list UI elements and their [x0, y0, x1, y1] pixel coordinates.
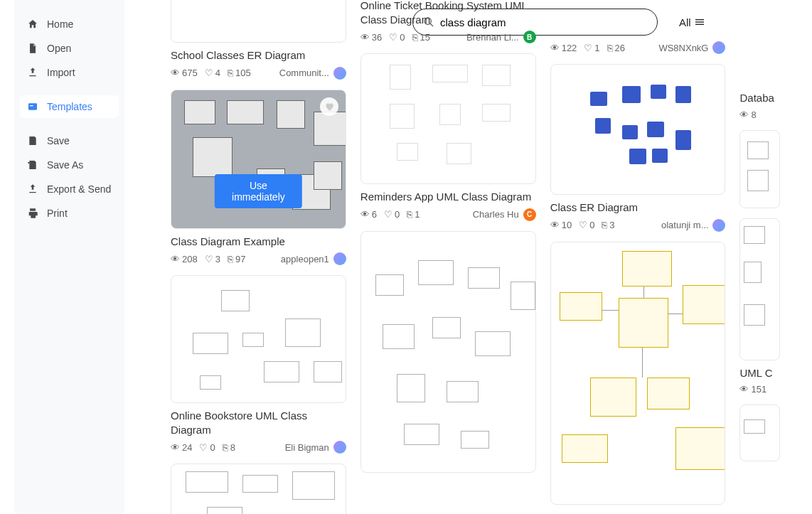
template-gallery: School Classes ER Diagram 👁675 ♡4 ⎘105 C…: [139, 0, 812, 514]
template-meta: 👁36 ♡0 ⎘15 Brennan Ll...B: [360, 31, 536, 43]
template-meta: 👁122 ♡1 ⎘26 WS8NXnkG: [550, 41, 726, 54]
avatar: [333, 252, 346, 265]
heart-icon: ♡: [584, 43, 592, 53]
template-thumb: [171, 275, 346, 403]
sidebar: Home Open Import Templates Save Save As …: [14, 0, 124, 514]
sidebar-label: Save As: [47, 159, 83, 171]
eye-icon: 👁: [550, 43, 560, 53]
copy-icon: ⎘: [602, 220, 607, 230]
sidebar-item-import[interactable]: Import: [20, 61, 119, 84]
template-thumb: [171, 0, 346, 43]
template-thumb: [739, 130, 780, 208]
heart-icon: ♡: [384, 209, 392, 220]
sidebar-label: Import: [47, 67, 75, 78]
copy-icon: ⎘: [223, 442, 228, 453]
file-icon: [27, 43, 38, 54]
save-icon: [27, 135, 38, 146]
svg-rect-1: [30, 105, 33, 106]
export-icon: [27, 183, 38, 195]
template-thumb: [739, 405, 780, 461]
template-thumb: [171, 464, 346, 514]
saveas-icon: [27, 159, 38, 171]
template-title: Databa: [739, 91, 780, 105]
template-title: School Classes ER Diagram: [171, 48, 346, 63]
template-card[interactable]: Databa 👁8: [739, 85, 780, 120]
home-icon: [27, 18, 38, 30]
avatar: C: [523, 208, 536, 221]
sidebar-item-print[interactable]: Print: [20, 202, 119, 225]
sidebar-item-saveas[interactable]: Save As: [20, 154, 119, 176]
template-meta: 👁208 ♡3 ⎘97 appleopen1: [171, 252, 346, 265]
copy-icon: ⎘: [228, 68, 233, 78]
author-name: Brennan Ll...: [466, 32, 519, 43]
template-title: Online Bookstore UML Class Diagram: [171, 409, 346, 437]
avatar: [333, 441, 346, 454]
heart-icon: ♡: [199, 442, 208, 453]
avatar: [712, 219, 725, 232]
eye-icon: 👁: [550, 220, 560, 230]
author-name: olatunji m...: [661, 220, 708, 230]
template-card[interactable]: 👁122 ♡1 ⎘26 WS8NXnkG: [550, 37, 726, 54]
template-card[interactable]: [550, 242, 726, 505]
author-name: Charles Hu: [473, 209, 519, 220]
sidebar-item-save[interactable]: Save: [20, 129, 119, 152]
sidebar-item-open[interactable]: Open: [20, 37, 119, 60]
import-icon: [27, 67, 38, 78]
sidebar-item-export[interactable]: Export & Send: [20, 178, 119, 200]
author-name: WS8NXnkG: [658, 43, 708, 53]
template-card[interactable]: School Classes ER Diagram 👁675 ♡4 ⎘105 C…: [171, 0, 346, 80]
template-card[interactable]: [739, 405, 780, 461]
heart-icon: ♡: [205, 254, 213, 264]
template-thumb: [739, 218, 780, 360]
template-card[interactable]: Online Bookstore UML Class Diagram 👁24 ♡…: [171, 275, 346, 454]
template-card[interactable]: Class ER Diagram 👁10 ♡0 ⎘3 olatunji m...: [550, 64, 726, 232]
copy-icon: ⎘: [407, 209, 412, 220]
template-card[interactable]: Online Ticket Booking System UML Class D…: [360, 0, 536, 43]
eye-icon: 👁: [739, 109, 749, 120]
template-title: Class ER Diagram: [550, 200, 726, 215]
sidebar-item-home[interactable]: Home: [20, 13, 119, 36]
template-meta: 👁10 ♡0 ⎘3 olatunji m...: [550, 219, 726, 232]
sidebar-label: Save: [47, 135, 70, 146]
author-name: Eli Bigman: [285, 442, 329, 453]
templates-icon: [27, 101, 38, 112]
sidebar-label: Print: [47, 208, 68, 219]
favorite-icon[interactable]: [320, 97, 338, 116]
author-name: Communit...: [279, 68, 329, 78]
template-thumb: [550, 242, 726, 505]
template-meta: 👁8: [739, 109, 780, 120]
svg-rect-0: [28, 103, 37, 109]
avatar: [333, 67, 346, 80]
sidebar-label: Templates: [47, 101, 92, 112]
template-meta: 👁24 ♡0 ⎘8 Eli Bigman: [171, 441, 346, 454]
avatar: [712, 41, 725, 54]
print-icon: [27, 208, 38, 219]
sidebar-label: Export & Send: [47, 183, 111, 195]
template-thumb: Use immediately: [171, 90, 346, 229]
use-immediately-button[interactable]: Use immediately: [215, 174, 301, 208]
template-title: UML C: [739, 366, 780, 380]
copy-icon: ⎘: [607, 43, 613, 53]
heart-icon: ♡: [389, 32, 397, 43]
template-card[interactable]: UML C 👁151: [739, 218, 780, 395]
eye-icon: 👁: [171, 68, 180, 78]
author-name: appleopen1: [281, 254, 329, 264]
heart-icon: ♡: [205, 68, 213, 78]
eye-icon: 👁: [739, 384, 749, 395]
template-card[interactable]: Use immediately Class Diagram Example 👁2…: [171, 90, 346, 266]
template-thumb: [550, 64, 726, 195]
eye-icon: 👁: [360, 32, 370, 43]
template-card[interactable]: [171, 464, 346, 514]
eye-icon: 👁: [360, 209, 370, 220]
template-meta: 👁151: [739, 384, 780, 395]
heart-icon: ♡: [579, 220, 587, 230]
template-card[interactable]: Reminders App UML Class Diagram 👁6 ♡0 ⎘1…: [360, 53, 536, 221]
template-card[interactable]: [739, 130, 780, 208]
sidebar-item-templates[interactable]: Templates: [20, 95, 119, 118]
avatar: B: [523, 31, 536, 43]
copy-icon: ⎘: [228, 254, 233, 264]
sidebar-label: Open: [47, 43, 71, 54]
template-card[interactable]: [360, 231, 536, 473]
template-title: Class Diagram Example: [171, 235, 346, 249]
template-title: Online Ticket Booking System UML Class D…: [360, 0, 536, 26]
